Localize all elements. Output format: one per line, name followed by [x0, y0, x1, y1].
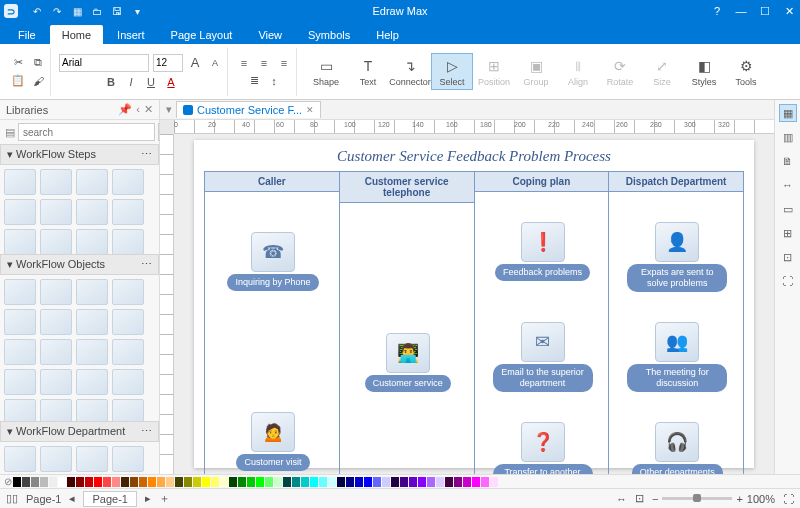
color-swatch[interactable] [148, 477, 156, 487]
format-painter-icon[interactable]: 🖌 [30, 73, 46, 89]
shape-thumb[interactable] [40, 446, 72, 472]
shape-thumb[interactable] [4, 399, 36, 421]
color-swatch[interactable] [382, 477, 390, 487]
close-panel-icon[interactable]: ✕ [144, 103, 153, 116]
bold-icon[interactable]: B [103, 74, 119, 90]
shape-thumb[interactable] [76, 279, 108, 305]
color-swatch[interactable] [40, 477, 48, 487]
color-swatch[interactable] [418, 477, 426, 487]
new-icon[interactable]: ▦ [70, 4, 84, 18]
filter-icon[interactable]: ▤ [5, 126, 15, 139]
color-swatch[interactable] [409, 477, 417, 487]
shape-thumb[interactable] [4, 169, 36, 195]
color-swatch[interactable] [247, 477, 255, 487]
color-swatch[interactable] [157, 477, 165, 487]
page-tab[interactable]: Page-1 [83, 491, 136, 507]
node-the-meeting-for-discussion[interactable]: 👥The meeting for discussion [627, 322, 727, 392]
color-swatch[interactable] [139, 477, 147, 487]
shape-thumb[interactable] [76, 229, 108, 254]
underline-icon[interactable]: U [143, 74, 159, 90]
node-transfer-to-another-department[interactable]: ❓Transfer to another department [493, 422, 593, 474]
color-swatch[interactable] [274, 477, 282, 487]
color-swatch[interactable] [175, 477, 183, 487]
node-email-to-the-superior-department[interactable]: ✉Email to the superior department [493, 322, 593, 392]
shape-thumb[interactable] [40, 309, 72, 335]
tools-button[interactable]: ⚙Tools [725, 54, 767, 89]
color-swatch[interactable] [445, 477, 453, 487]
toolstrip-button[interactable]: ▥ [779, 128, 797, 146]
category-workflow-steps[interactable]: ▾ WorkFlow Steps⋯ [0, 144, 159, 165]
align-center-icon[interactable]: ≡ [256, 55, 272, 71]
shape-thumb[interactable] [112, 399, 144, 421]
font-color-icon[interactable]: A [163, 74, 179, 90]
color-swatch[interactable] [94, 477, 102, 487]
font-name-input[interactable] [59, 54, 149, 72]
color-swatch[interactable] [472, 477, 480, 487]
page-prev-icon[interactable]: ◂ [69, 492, 75, 505]
shape-thumb[interactable] [76, 399, 108, 421]
color-swatch[interactable] [229, 477, 237, 487]
zoom-in-icon[interactable]: + [736, 493, 742, 505]
line-spacing-icon[interactable]: ↕ [266, 73, 282, 89]
color-swatch[interactable] [220, 477, 228, 487]
chevron-left-icon[interactable]: ‹ [136, 103, 140, 116]
tab-symbols[interactable]: Symbols [296, 25, 362, 44]
shape-thumb[interactable] [76, 369, 108, 395]
font-size-input[interactable] [153, 54, 183, 72]
toolstrip-button[interactable]: ⛶ [779, 272, 797, 290]
color-swatch[interactable] [355, 477, 363, 487]
shape-thumb[interactable] [40, 399, 72, 421]
paste-icon[interactable]: 📋 [10, 73, 26, 89]
open-icon[interactable]: 🗀 [90, 4, 104, 18]
close-tab-icon[interactable]: ✕ [306, 105, 314, 115]
color-swatch[interactable] [184, 477, 192, 487]
shape-thumb[interactable] [4, 339, 36, 365]
qat-dropdown-icon[interactable]: ▾ [130, 4, 144, 18]
color-swatch[interactable] [112, 477, 120, 487]
color-swatch[interactable] [121, 477, 129, 487]
color-swatch[interactable] [283, 477, 291, 487]
grow-font-icon[interactable]: A [187, 55, 203, 71]
color-swatch[interactable] [76, 477, 84, 487]
save-icon[interactable]: 🖫 [110, 4, 124, 18]
color-swatch[interactable] [130, 477, 138, 487]
color-swatch[interactable] [256, 477, 264, 487]
toolstrip-button[interactable]: ↔ [779, 176, 797, 194]
shape-thumb[interactable] [4, 199, 36, 225]
color-swatch[interactable] [22, 477, 30, 487]
shape-thumb[interactable] [4, 229, 36, 254]
color-swatch[interactable] [13, 477, 21, 487]
color-swatch[interactable] [58, 477, 66, 487]
color-swatch[interactable] [202, 477, 210, 487]
select-button[interactable]: ▷Select [431, 53, 473, 90]
search-input[interactable] [18, 123, 155, 141]
fit-page-icon[interactable]: ⊡ [635, 492, 644, 505]
color-swatch[interactable] [490, 477, 498, 487]
color-swatch[interactable] [265, 477, 273, 487]
category-workflow-objects[interactable]: ▾ WorkFlow Objects⋯ [0, 254, 159, 275]
tab-help[interactable]: Help [364, 25, 411, 44]
shape-thumb[interactable] [76, 169, 108, 195]
color-swatch[interactable] [319, 477, 327, 487]
pin-icon[interactable]: 📌 [118, 103, 132, 116]
toolstrip-button[interactable]: ⊡ [779, 248, 797, 266]
color-swatch[interactable] [49, 477, 57, 487]
tab-list-icon[interactable]: ▾ [166, 103, 172, 116]
shrink-font-icon[interactable]: A [207, 55, 223, 71]
shape-thumb[interactable] [4, 369, 36, 395]
help-icon[interactable]: ? [710, 5, 724, 18]
shape-button[interactable]: ▭Shape [305, 54, 347, 89]
fit-width-icon[interactable]: ↔ [616, 493, 627, 505]
tab-file[interactable]: File [6, 25, 48, 44]
shape-thumb[interactable] [112, 339, 144, 365]
toolstrip-button[interactable]: ⊞ [779, 224, 797, 242]
shape-thumb[interactable] [4, 279, 36, 305]
shape-thumb[interactable] [40, 199, 72, 225]
color-swatch[interactable] [454, 477, 462, 487]
tab-insert[interactable]: Insert [105, 25, 157, 44]
tab-page-layout[interactable]: Page Layout [159, 25, 245, 44]
shape-thumb[interactable] [40, 339, 72, 365]
shape-thumb[interactable] [76, 339, 108, 365]
shape-thumb[interactable] [40, 279, 72, 305]
color-swatch[interactable] [85, 477, 93, 487]
